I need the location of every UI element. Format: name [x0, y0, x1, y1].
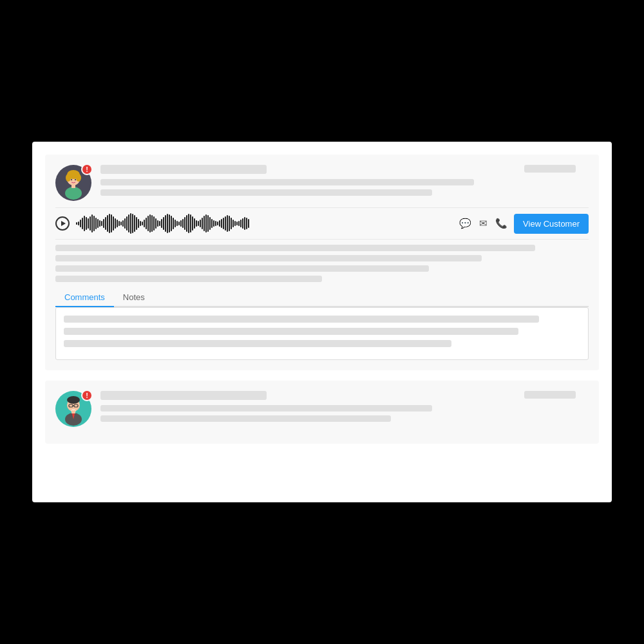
comment-line-1	[64, 316, 539, 323]
comment-box	[55, 307, 589, 360]
comment-line-3	[64, 340, 451, 347]
waveform	[76, 213, 453, 234]
skeleton-name-1	[100, 165, 267, 174]
card-2-info	[100, 391, 515, 426]
tabs-bar: Comments Notes	[55, 289, 589, 307]
alert-badge-1: !	[81, 164, 93, 175]
card-1: ! View Customer	[45, 155, 599, 370]
tab-comments[interactable]: Comments	[55, 289, 114, 307]
skeleton-right-1	[524, 165, 576, 173]
card-2-header: !	[55, 391, 589, 427]
main-screen: ! View Customer	[32, 142, 612, 502]
mail-icon[interactable]	[479, 218, 488, 229]
extra-line-1a	[55, 245, 535, 251]
view-customer-button[interactable]: View Customer	[514, 214, 589, 234]
skeleton-line-1a	[100, 179, 474, 185]
audio-row: View Customer	[55, 207, 589, 240]
skeleton-right-2	[524, 391, 576, 399]
extra-line-1c	[55, 265, 429, 272]
svg-point-7	[75, 179, 76, 180]
action-icons	[459, 218, 507, 229]
tab-notes[interactable]: Notes	[114, 289, 154, 307]
svg-rect-16	[71, 410, 75, 413]
skeleton-2b	[100, 415, 391, 422]
card-2-right	[524, 391, 589, 403]
svg-rect-5	[71, 184, 75, 188]
card-1-right	[524, 165, 589, 177]
svg-point-3	[76, 174, 81, 182]
chat-icon[interactable]	[459, 218, 471, 229]
avatar-wrap-1: !	[55, 165, 91, 201]
card-2: !	[45, 381, 599, 444]
comment-line-2	[64, 328, 518, 335]
card-1-info	[100, 165, 515, 200]
card-1-header: !	[55, 165, 589, 201]
svg-point-9	[67, 396, 80, 404]
svg-point-6	[71, 179, 72, 180]
play-button[interactable]	[55, 216, 70, 231]
extra-line-1d	[55, 276, 322, 282]
phone-icon[interactable]	[495, 218, 507, 229]
skeleton-2a	[100, 405, 432, 412]
extra-lines-1	[55, 245, 589, 282]
svg-point-4	[65, 187, 82, 200]
skeleton-name-2	[100, 391, 267, 400]
extra-line-1b	[55, 255, 482, 261]
skeleton-line-1b	[100, 189, 432, 196]
svg-point-2	[66, 174, 71, 182]
avatar-wrap-2: !	[55, 391, 91, 427]
alert-badge-2: !	[81, 390, 93, 401]
